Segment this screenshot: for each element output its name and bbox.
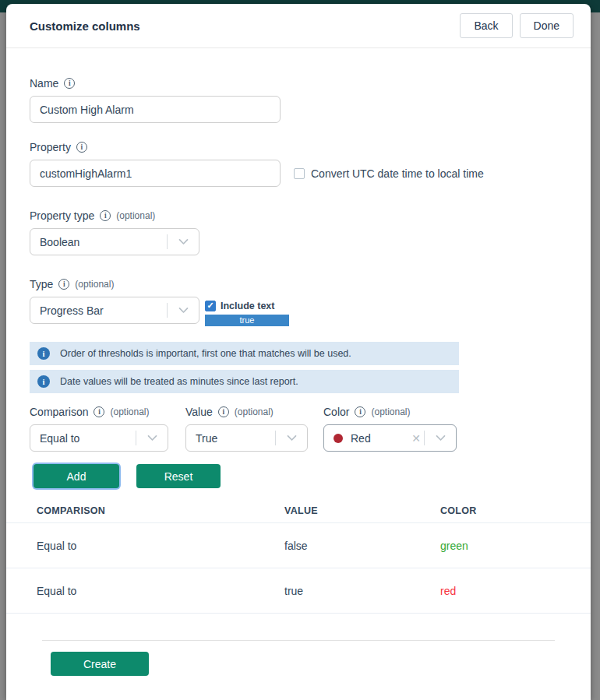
utc-convert-label: Convert UTC date time to local time bbox=[311, 167, 484, 180]
threshold-actions-row: Add Reset bbox=[30, 464, 567, 488]
info-icon[interactable]: i bbox=[355, 406, 365, 417]
property-type-value: Boolean bbox=[40, 236, 79, 248]
optional-tag: (optional) bbox=[235, 406, 274, 417]
page-title: Customize columns bbox=[30, 19, 140, 33]
column-header-color: COLOR bbox=[440, 505, 591, 516]
threshold-inputs-row: Comparison i (optional) Equal to V bbox=[30, 405, 567, 452]
progress-bar-preview: true bbox=[205, 315, 289, 326]
chevron-down-icon bbox=[168, 238, 199, 245]
add-button[interactable]: Add bbox=[34, 464, 119, 488]
property-input[interactable] bbox=[30, 160, 281, 187]
type-label-row: Type i (optional) bbox=[30, 277, 567, 290]
alert-text: Order of thresholds is important, first … bbox=[60, 348, 351, 359]
utc-convert-checkbox[interactable]: Convert UTC date time to local time bbox=[294, 167, 484, 180]
property-type-label-row: Property type i (optional) bbox=[30, 209, 567, 222]
cell-comparison: Equal to bbox=[37, 540, 284, 552]
column-header-comparison: COMPARISON bbox=[37, 505, 284, 516]
name-label: Name bbox=[30, 77, 58, 90]
info-icon[interactable]: i bbox=[58, 279, 69, 290]
chevron-down-icon bbox=[276, 434, 307, 441]
property-field: Property i Convert UTC date time to loca… bbox=[30, 140, 567, 187]
header-actions: Back Done bbox=[460, 13, 574, 38]
value-select[interactable]: True bbox=[185, 424, 308, 452]
chevron-down-icon bbox=[425, 434, 456, 441]
table-header-row: COMPARISON VALUE COLOR bbox=[6, 499, 591, 522]
color-select[interactable]: Red ✕ bbox=[323, 424, 457, 452]
customize-columns-modal: Customize columns Back Done Name i Prope… bbox=[6, 4, 591, 700]
info-icon: i bbox=[37, 347, 50, 360]
checkbox-unchecked-icon[interactable] bbox=[294, 168, 305, 179]
table-row: Equal to true red bbox=[6, 568, 591, 613]
chevron-down-icon bbox=[168, 307, 199, 314]
create-button[interactable]: Create bbox=[51, 652, 149, 676]
table-row: Equal to false green bbox=[6, 522, 591, 568]
property-label-row: Property i bbox=[30, 140, 567, 153]
info-alert: i Date values will be treated as minutes… bbox=[30, 370, 459, 393]
color-value: Red bbox=[351, 432, 371, 445]
name-input[interactable] bbox=[30, 96, 281, 123]
info-icon[interactable]: i bbox=[94, 406, 104, 417]
info-icon[interactable]: i bbox=[100, 210, 111, 221]
property-type-select[interactable]: Boolean bbox=[30, 228, 199, 255]
comparison-select[interactable]: Equal to bbox=[30, 424, 168, 452]
modal-header: Customize columns Back Done bbox=[6, 4, 591, 48]
info-icon[interactable]: i bbox=[76, 142, 87, 153]
type-value: Progress Bar bbox=[40, 304, 104, 317]
value-field: Value i (optional) True bbox=[185, 405, 308, 452]
property-label: Property bbox=[30, 141, 71, 153]
info-icon: i bbox=[37, 375, 50, 388]
cell-color: red bbox=[440, 585, 591, 597]
optional-tag: (optional) bbox=[75, 279, 114, 290]
info-icon[interactable]: i bbox=[218, 406, 229, 417]
chevron-down-icon bbox=[136, 434, 168, 441]
comparison-field: Comparison i (optional) Equal to bbox=[30, 405, 168, 452]
alerts-section: i Order of thresholds is important, firs… bbox=[30, 342, 567, 393]
back-button[interactable]: Back bbox=[460, 13, 512, 38]
property-type-label: Property type bbox=[30, 209, 94, 222]
comparison-value: Equal to bbox=[40, 432, 79, 445]
color-swatch-dot bbox=[334, 434, 343, 443]
cell-comparison: Equal to bbox=[37, 585, 284, 597]
value-label: Value bbox=[185, 406, 213, 418]
include-text-label: Include text bbox=[221, 301, 274, 311]
info-icon[interactable]: i bbox=[64, 78, 75, 89]
optional-tag: (optional) bbox=[110, 406, 149, 417]
cell-value: true bbox=[284, 585, 440, 597]
clear-icon[interactable]: ✕ bbox=[408, 432, 424, 445]
footer-divider bbox=[42, 640, 555, 641]
checkbox-checked-icon[interactable]: ✓ bbox=[205, 301, 216, 311]
type-preview-panel: ✓ Include text true bbox=[205, 297, 289, 326]
cell-color: green bbox=[440, 540, 591, 552]
table-empty-row bbox=[6, 613, 591, 640]
type-field: Type i (optional) Progress Bar ✓ bbox=[30, 277, 567, 326]
name-label-row: Name i bbox=[30, 76, 567, 90]
include-text-checkbox[interactable]: ✓ Include text bbox=[205, 301, 274, 311]
type-select[interactable]: Progress Bar bbox=[30, 297, 199, 324]
done-button[interactable]: Done bbox=[520, 13, 574, 38]
column-header-value: VALUE bbox=[284, 505, 440, 516]
comparison-label: Comparison bbox=[30, 406, 88, 418]
value-value: True bbox=[196, 432, 217, 445]
type-label: Type bbox=[30, 278, 53, 290]
cell-value: false bbox=[284, 540, 440, 552]
alert-text: Date values will be treated as minutes s… bbox=[60, 376, 298, 387]
name-field: Name i bbox=[30, 76, 567, 123]
optional-tag: (optional) bbox=[371, 406, 410, 417]
optional-tag: (optional) bbox=[116, 210, 155, 221]
property-type-field: Property type i (optional) Boolean bbox=[30, 209, 567, 255]
reset-button[interactable]: Reset bbox=[136, 464, 221, 488]
modal-body: Name i Property i Convert UTC date time … bbox=[6, 48, 591, 676]
info-alert: i Order of thresholds is important, firs… bbox=[30, 342, 459, 365]
color-label: Color bbox=[323, 406, 349, 418]
color-field: Color i (optional) Red ✕ bbox=[323, 405, 457, 452]
thresholds-table: COMPARISON VALUE COLOR Equal to false gr… bbox=[6, 499, 591, 640]
